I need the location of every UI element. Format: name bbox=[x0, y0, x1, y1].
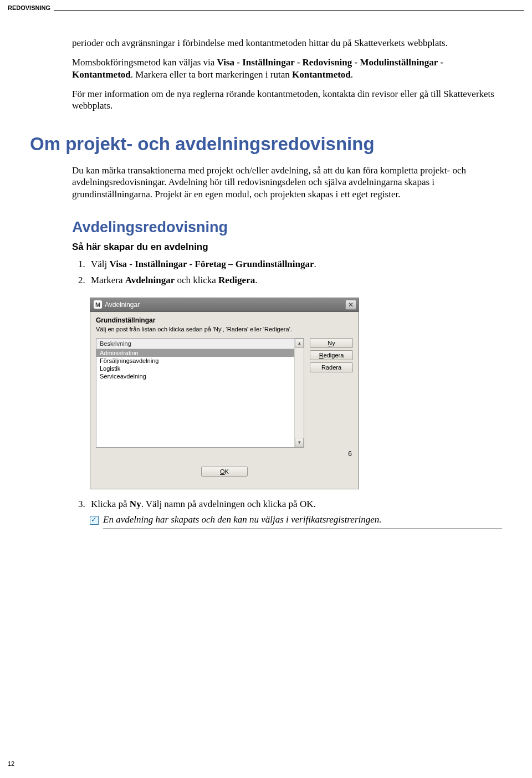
app-icon: M bbox=[94, 300, 102, 309]
text: . bbox=[314, 259, 316, 269]
list-inner: Beskrivning Administration Försäljningsa… bbox=[96, 339, 294, 447]
steps-list: Välj Visa - Inställningar - Företag – Gr… bbox=[72, 257, 502, 288]
scrollbar[interactable]: ▴ ▾ bbox=[294, 339, 304, 447]
step-3: Klicka på Ny. Välj namn på avdelningen o… bbox=[88, 497, 502, 511]
button-name: Ny bbox=[130, 499, 141, 509]
heading-2: Avdelingsredovisning bbox=[72, 219, 502, 236]
btn-rest: y bbox=[332, 340, 335, 346]
dialog-subtitle: Välj en post från listan och klicka seda… bbox=[96, 326, 353, 332]
intro-paragraph-2: Momsbokföringsmetod kan väljas via Visa … bbox=[72, 57, 502, 80]
menu-path: Visa - Inställningar - Företag – Grundin… bbox=[110, 259, 314, 269]
text: . Markera eller ta bort markeringen i ru… bbox=[131, 69, 292, 80]
text: Välj bbox=[91, 259, 110, 269]
list-item[interactable]: Serviceavdelning bbox=[96, 372, 294, 380]
step-2: Markera Avdelningar och klicka Redigera. bbox=[88, 273, 502, 288]
field-name: Kontantmetod bbox=[292, 69, 351, 80]
delete-button[interactable]: Radera bbox=[310, 362, 353, 372]
btn-text: Radera bbox=[321, 364, 341, 371]
close-icon: ✕ bbox=[348, 301, 354, 309]
ok-button[interactable]: OK bbox=[201, 467, 248, 477]
list-item[interactable]: Administration bbox=[96, 349, 294, 357]
text: . bbox=[255, 275, 257, 285]
button-name: Redigera bbox=[218, 275, 255, 285]
list-item[interactable]: Logistik bbox=[96, 365, 294, 372]
step-1: Välj Visa - Inställningar - Företag – Gr… bbox=[88, 257, 502, 272]
close-button[interactable]: ✕ bbox=[345, 300, 356, 310]
dialog-titlebar: M Avdelningar ✕ bbox=[90, 298, 359, 312]
edit-button[interactable]: Redigera bbox=[310, 350, 353, 360]
btn-rest: edigera bbox=[324, 352, 344, 359]
dialog-title: Avdelningar bbox=[105, 301, 140, 309]
text: . Välj namn på avdelningen och klicka på… bbox=[141, 499, 316, 509]
new-button[interactable]: Ny bbox=[310, 338, 353, 348]
dialog-window: M Avdelningar ✕ Grundinställningar Välj … bbox=[90, 298, 359, 489]
dialog-screenshot: M Avdelningar ✕ Grundinställningar Välj … bbox=[90, 298, 359, 489]
btn-rest: K bbox=[225, 468, 229, 475]
steps-list-continued: Klicka på Ny. Välj namn på avdelningen o… bbox=[72, 497, 502, 511]
item-count: 6 bbox=[96, 448, 353, 463]
check-icon bbox=[90, 516, 99, 525]
list-box[interactable]: Beskrivning Administration Försäljningsa… bbox=[96, 338, 304, 448]
intro-paragraph-1: perioder och avgränsningar i förbindelse… bbox=[72, 37, 502, 49]
dialog-heading: Grundinställningar bbox=[96, 316, 353, 324]
scroll-up-icon[interactable]: ▴ bbox=[295, 339, 304, 348]
button-column: Ny Redigera Radera bbox=[310, 338, 353, 372]
text: och klicka bbox=[175, 275, 218, 285]
field-name: Avdelningar bbox=[125, 275, 175, 285]
scroll-down-icon[interactable]: ▾ bbox=[295, 438, 304, 447]
text: Klicka på bbox=[91, 499, 130, 509]
text: Momsbokföringsmetod kan väljas via bbox=[72, 57, 217, 68]
section-paragraph: Du kan märka transaktionerna med projekt… bbox=[72, 165, 502, 200]
page-header: REDOVISNING bbox=[8, 4, 54, 11]
list-item[interactable]: Försäljningsavdelning bbox=[96, 357, 294, 365]
heading-1: Om projekt- och avdelningsredovisning bbox=[30, 134, 502, 155]
heading-3: Så här skapar du en avdelning bbox=[72, 242, 502, 253]
note-text: En avdelning har skapats och den kan nu … bbox=[103, 514, 502, 529]
title-left: M Avdelningar bbox=[94, 300, 140, 309]
dialog-main: Beskrivning Administration Försäljningsa… bbox=[96, 338, 353, 448]
page-number: 12 bbox=[8, 760, 14, 767]
text: Markera bbox=[91, 275, 125, 285]
intro-paragraph-3: För mer information om de nya reglerna r… bbox=[72, 88, 502, 112]
ok-row: OK bbox=[96, 463, 353, 483]
list-column-header[interactable]: Beskrivning bbox=[96, 339, 294, 349]
header-rule bbox=[8, 10, 524, 11]
text: . bbox=[351, 69, 353, 80]
note: En avdelning har skapats och den kan nu … bbox=[90, 514, 502, 529]
dialog-body: Grundinställningar Välj en post från lis… bbox=[90, 312, 359, 489]
